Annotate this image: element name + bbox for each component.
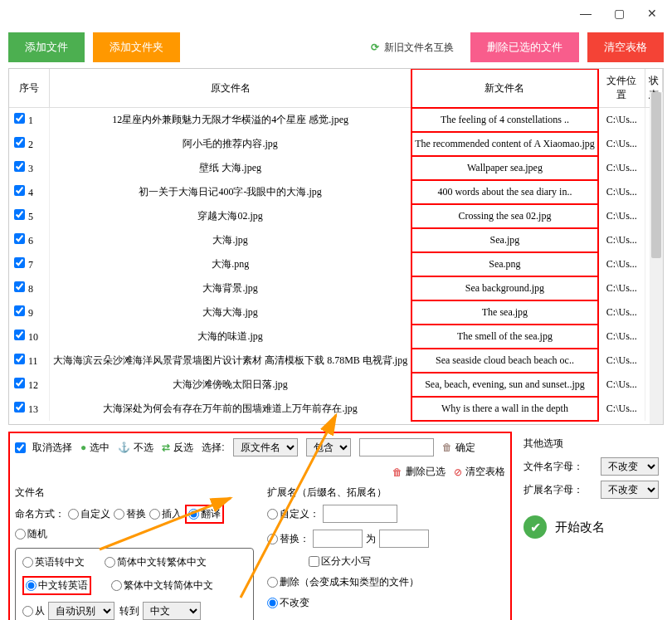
select-label: 选择: [202,441,224,455]
select-source-dropdown[interactable]: 原文件名 [233,438,298,456]
location-cell: C:\Us... [598,204,645,228]
to-lang-dropdown[interactable]: 中文 [143,602,201,620]
confirm-filter-button[interactable]: 🗑确定 [442,441,475,455]
maximize-button[interactable]: ▢ [612,7,626,20]
row-checkbox[interactable] [14,354,25,364]
anchor-icon: ⚓ [118,442,130,453]
new-name-cell: The smell of the sea.jpg [411,325,599,349]
row-checkbox[interactable] [14,257,25,268]
fname-case-dropdown[interactable]: 不改变 [601,457,659,476]
row-checkbox[interactable] [14,209,25,220]
ext-custom-radio[interactable]: 自定义： [267,507,319,521]
location-cell: C:\Us... [598,132,645,156]
method-custom-radio[interactable]: 自定义 [68,507,110,521]
vertical-scrollbar[interactable] [650,92,663,424]
row-checkbox[interactable] [14,305,25,316]
ext-delete-radio[interactable]: 删除（会变成未知类型的文件） [267,575,419,589]
row-checkbox[interactable] [14,233,25,244]
filter-input[interactable] [359,438,434,456]
row-checkbox[interactable] [14,402,25,413]
select-all-button[interactable]: ●选中 [80,441,110,455]
clear-table-button[interactable]: 清空表格 [587,32,664,62]
new-name-cell: 400 words about the sea diary in.. [411,180,599,204]
table-row[interactable]: 6大海.jpgSea.jpgC:\Us... [9,228,663,252]
new-name-cell: Why is there a wall in the depth [411,397,599,421]
th-seq[interactable]: 序号 [9,69,50,108]
table-row[interactable]: 7大海.pngSea.pngC:\Us... [9,252,663,276]
new-name-cell: Crossing the sea 02.jpg [411,204,599,228]
table-row[interactable]: 3壁纸 大海.jpegWallpaper sea.jpegC:\Us... [9,156,663,180]
add-folder-button[interactable]: 添加文件夹 [93,32,180,62]
ext-replace-from-input[interactable] [313,530,363,548]
table-row[interactable]: 12大海沙滩傍晚太阳日落.jpgSea, beach, evening, sun… [9,373,663,397]
delete-icon: 🗑 [392,466,402,478]
trans-from-radio[interactable]: 从 [22,604,45,618]
location-cell: C:\Us... [598,349,645,373]
table-row[interactable]: 10大海的味道.jpgThe smell of the sea.jpgC:\Us… [9,325,663,349]
invert-selection-button[interactable]: ⇄反选 [162,441,193,455]
table-row[interactable]: 4初一关于大海日记400字-我眼中的大海.jpg400 words about … [9,180,663,204]
trans-cn2en-radio[interactable]: 中文转英语 [26,579,88,593]
table-row[interactable]: 13大海深处为何会有存在万年前的围墙难道上万年前存在.jpgWhy is the… [9,397,663,421]
swap-names-button[interactable]: ⟳ 新旧文件名互换 [371,41,454,55]
ext-keep-radio[interactable]: 不改变 [267,596,309,610]
new-name-cell: Sea, beach, evening, sun and sunset..jpg [411,373,599,397]
method-translate-radio[interactable]: 翻译 [188,507,221,521]
ext-case-dropdown[interactable]: 不改变 [601,481,659,499]
row-checkbox[interactable] [14,281,25,292]
delete-selected-link[interactable]: 🗑删除已选 [392,465,446,479]
check-icon: ● [80,442,86,453]
row-checkbox[interactable] [14,161,25,172]
old-name-cell: 大海的味道.jpg [50,325,411,349]
table-row[interactable]: 9大海大海.jpgThe sea.jpgC:\Us... [9,300,663,325]
table-row[interactable]: 11大海海滨云朵沙滩海洋风景背景墙图片设计素材 高清模板下载 8.78MB 电视… [9,349,663,373]
th-old[interactable]: 原文件名 [50,69,411,108]
new-name-cell: The recommended content of A Xiaomao.jpg [411,132,599,156]
new-name-cell: Sea seaside cloud beach beach oc.. [411,349,599,373]
location-cell: C:\Us... [598,276,645,300]
row-checkbox[interactable] [14,185,25,196]
extension-section-label: 扩展名（后缀名、拓展名） [267,486,506,500]
location-cell: C:\Us... [598,156,645,180]
method-random-radio[interactable]: 随机 [15,527,47,541]
row-checkbox[interactable] [14,378,25,388]
old-name-cell: 大海深处为何会有存在万年前的围墙难道上万年前存在.jpg [50,397,411,421]
from-lang-dropdown[interactable]: 自动识别 [48,602,114,620]
ext-custom-input[interactable] [323,505,397,523]
select-match-dropdown[interactable]: 包含 [306,438,351,456]
table-row[interactable]: 5穿越大海02.jpgCrossing the sea 02.jpgC:\Us.… [9,204,663,228]
minimize-button[interactable]: — [579,7,592,20]
th-loc[interactable]: 文件位置 [598,69,645,108]
clear-table-link[interactable]: ⊘清空表格 [454,465,505,479]
method-replace-radio[interactable]: 替换 [114,507,146,521]
old-name-cell: 穿越大海02.jpg [50,204,411,228]
row-checkbox[interactable] [14,330,25,340]
row-checkbox[interactable] [14,137,25,148]
trans-en2cn-radio[interactable]: 英语转中文 [22,555,85,569]
row-checkbox[interactable] [14,113,25,124]
start-rename-button[interactable]: ✔ 开始改名 [523,515,659,539]
table-row[interactable]: 8大海背景.jpgSea background.jpgC:\Us... [9,276,663,300]
method-insert-radio[interactable]: 插入 [149,507,182,521]
fname-case-label: 文件名字母： [523,460,583,474]
th-new[interactable]: 新文件名 [411,69,599,108]
table-row[interactable]: 112星座内外兼顾魅力无限才华横溢的4个星座 感觉.jpegThe feelin… [9,108,663,133]
close-button[interactable]: ✕ [645,7,659,20]
trans-s2t-radio[interactable]: 简体中文转繁体中文 [105,555,207,569]
old-name-cell: 大海背景.jpg [50,276,411,300]
cancel-selection-checkbox[interactable]: 取消选择 [15,441,72,455]
ext-replace-to-input[interactable] [379,530,429,548]
swap-icon: ⟳ [371,41,379,53]
new-name-cell: Sea background.jpg [411,276,599,300]
ext-replace-radio[interactable]: 替换： [267,532,309,546]
clear-icon: ⊘ [454,466,462,478]
new-name-cell: The feeling of 4 constellations .. [411,108,599,133]
add-file-button[interactable]: 添加文件 [8,32,85,62]
new-name-cell: Sea.png [411,252,599,276]
location-cell: C:\Us... [598,397,645,421]
delete-selected-button[interactable]: 删除已选的文件 [470,32,579,62]
trans-t2s-radio[interactable]: 繁体中文转简体中文 [111,579,213,593]
deselect-button[interactable]: ⚓不选 [118,441,153,455]
ext-case-checkbox[interactable]: 区分大小写 [309,554,371,569]
table-row[interactable]: 2阿小毛的推荐内容.jpgThe recommended content of … [9,132,663,156]
